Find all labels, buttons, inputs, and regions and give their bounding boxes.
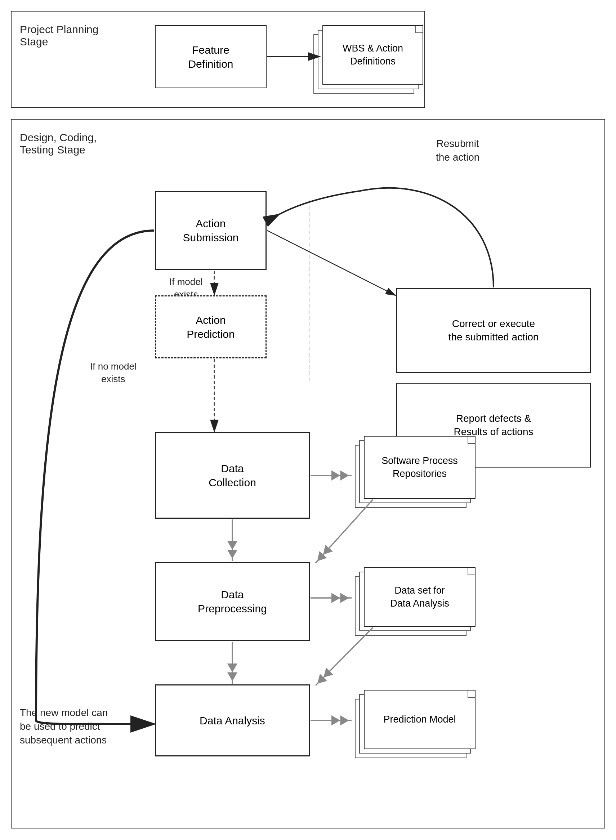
wbs-doc-front: WBS & Action Definitions — [323, 25, 423, 85]
action-submission-box: Action Submission — [155, 191, 267, 270]
data-collection-box: Data Collection — [155, 432, 310, 519]
correct-execute-box: Correct or execute the submitted action — [396, 288, 591, 373]
software-repos-front: Software Process Repositories — [364, 436, 475, 499]
resubmit-label: Resubmit the action — [436, 137, 480, 164]
data-preprocessing-box: Data Preprocessing — [155, 562, 310, 641]
diagram-container: Project Planning Stage Feature Definitio… — [0, 0, 616, 840]
design-stage-label: Design, Coding, Testing Stage — [20, 132, 97, 156]
dataset-front: Data set for Data Analysis — [364, 567, 475, 627]
project-planning-label: Project Planning Stage — [20, 23, 98, 48]
if-no-model-label: If no model exists — [90, 360, 136, 386]
action-prediction-box: Action Prediction — [155, 295, 267, 358]
new-model-label: The new model can be used to predict sub… — [20, 706, 108, 747]
data-analysis-box: Data Analysis — [155, 685, 310, 756]
prediction-model-front: Prediction Model — [364, 690, 475, 749]
feature-definition-box: Feature Definition — [155, 25, 267, 88]
